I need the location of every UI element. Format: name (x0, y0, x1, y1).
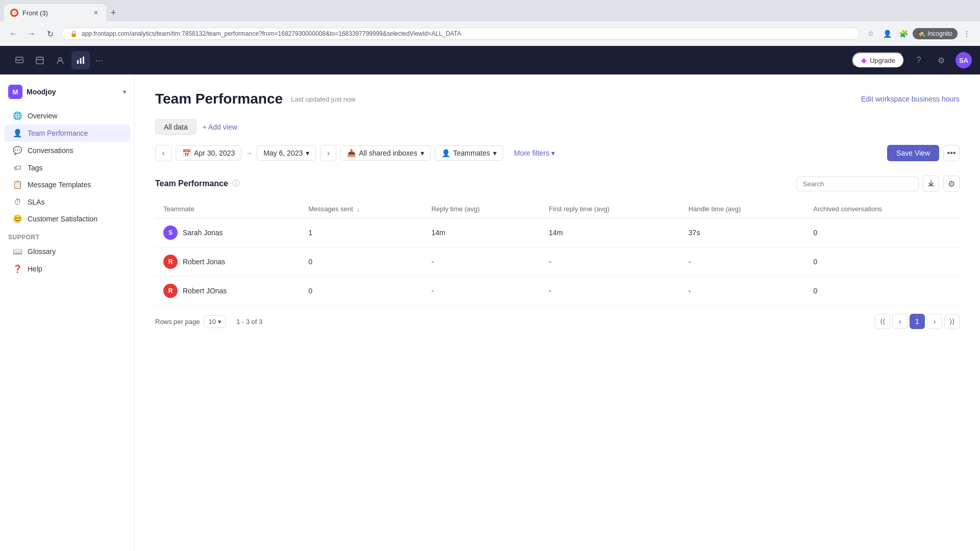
contacts-icon[interactable] (51, 51, 69, 69)
cell-reply-time: - (423, 277, 541, 306)
date-to-picker[interactable]: May 6, 2023 ▾ (257, 145, 316, 161)
avatar[interactable]: SA (955, 52, 972, 68)
teammates-filter[interactable]: 👤 Teammates ▾ (435, 145, 503, 161)
cell-teammate: R Robert Jonas (155, 247, 300, 277)
table-row: R Robert JOnas 0 - - - 0 (155, 277, 960, 306)
inbox-icon[interactable] (10, 51, 29, 69)
more-options-button[interactable]: ⋮ (960, 27, 974, 41)
date-from-picker[interactable]: 📅 Apr 30, 2023 (176, 145, 241, 161)
date-to-value: May 6, 2023 (263, 149, 303, 157)
template-icon: 📋 (12, 180, 22, 189)
app-nav-icons: ⋯ (10, 51, 106, 69)
sidebar-item-message-templates[interactable]: 📋 Message Templates (4, 176, 130, 193)
browser-tab[interactable]: Front (3) ✕ (4, 4, 106, 21)
teammate-name: Robert JOnas (183, 287, 227, 295)
next-page-button[interactable]: › (927, 314, 942, 329)
cell-first-reply-time: - (541, 247, 680, 277)
cell-archived: 0 (805, 247, 960, 277)
forward-button[interactable]: → (24, 27, 39, 41)
sidebar: M Moodjoy ▾ 🌐 Overview 👤 Team Performanc… (0, 74, 135, 551)
col-messages-sent-label: Messages sent (308, 205, 353, 213)
cell-messages-sent: 1 (300, 218, 423, 247)
export-button[interactable] (923, 176, 939, 192)
col-header-handle-time: Handle time (avg) (680, 200, 805, 218)
rows-per-page: Rows per page 10 ▾ (155, 315, 226, 328)
reload-button[interactable]: ↻ (43, 27, 57, 41)
diamond-icon: ◆ (861, 56, 867, 64)
search-input[interactable] (796, 177, 919, 191)
satisfaction-icon: 😊 (12, 214, 22, 223)
extensions-button[interactable]: 🧩 (896, 27, 911, 41)
save-view-button[interactable]: Save View (887, 145, 939, 161)
more-filters-button[interactable]: More filters ▾ (507, 145, 561, 161)
current-page-button[interactable]: 1 (910, 314, 925, 329)
cell-reply-time: - (423, 247, 541, 277)
column-settings-button[interactable]: ⚙ (943, 176, 960, 192)
globe-icon: 🌐 (12, 111, 22, 120)
workspace-selector[interactable]: M Moodjoy ▾ (0, 81, 134, 107)
calendar-icon[interactable] (31, 51, 49, 69)
teammates-filter-value: Teammates (453, 149, 490, 157)
address-bar[interactable]: 🔒 app.frontapp.com/analytics/team/tim:78… (61, 28, 860, 40)
more-actions-button[interactable]: ••• (943, 145, 960, 161)
sidebar-item-team-performance[interactable]: 👤 Team Performance (4, 124, 130, 142)
bookmark-button[interactable]: ☆ (864, 27, 878, 41)
help-icon: ❓ (12, 264, 22, 273)
calendar-icon: 📅 (182, 149, 191, 157)
sidebar-item-tags[interactable]: 🏷 Tags (4, 159, 130, 176)
date-from-value: Apr 30, 2023 (194, 149, 235, 157)
sidebar-item-team-performance-label: Team Performance (28, 129, 88, 137)
sidebar-item-overview[interactable]: 🌐 Overview (4, 107, 130, 124)
last-page-button[interactable]: ⟩⟩ (944, 314, 960, 329)
help-button[interactable]: ? (911, 52, 927, 68)
analytics-icon[interactable] (71, 51, 90, 69)
inbox-filter[interactable]: 📥 All shared inboxes ▾ (340, 145, 430, 161)
chevron-down-icon: ▾ (493, 149, 497, 157)
first-page-button[interactable]: ⟨⟨ (875, 314, 890, 329)
col-header-teammate: Teammate (155, 200, 300, 218)
table-row: S Sarah Jonas 1 14m 14m 37s 0 (155, 218, 960, 247)
sidebar-item-slas[interactable]: ⏱ SLAs (4, 193, 130, 210)
back-button[interactable]: ← (6, 27, 20, 41)
col-header-messages-sent[interactable]: Messages sent ↓ (300, 200, 423, 218)
cell-first-reply-time: 14m (541, 218, 680, 247)
new-tab-button[interactable]: + (106, 6, 120, 20)
sla-icon: ⏱ (12, 197, 22, 206)
sidebar-item-tags-label: Tags (28, 164, 43, 172)
incognito-indicator: 🕵 Incognito (913, 28, 958, 39)
sidebar-item-glossary[interactable]: 📖 Glossary (4, 243, 130, 260)
more-apps-button[interactable]: ⋯ (92, 53, 106, 67)
chevron-down-icon: ▾ (123, 88, 126, 95)
teammate-avatar: R (163, 284, 178, 298)
favicon (10, 9, 18, 17)
cell-handle-time: - (680, 247, 805, 277)
tabs-bar: All data + Add view (155, 119, 960, 135)
info-icon[interactable]: ⓘ (232, 179, 239, 188)
sidebar-item-message-templates-label: Message Templates (28, 181, 91, 189)
date-arrow: → (246, 149, 253, 157)
tab-all-data[interactable]: All data (155, 119, 197, 135)
inbox-filter-value: All shared inboxes (359, 149, 417, 157)
rows-per-page-select[interactable]: 10 ▾ (204, 315, 226, 328)
cell-archived: 0 (805, 277, 960, 306)
col-archived-label: Archived conversations (813, 205, 881, 213)
sidebar-item-help-label: Help (28, 265, 42, 273)
tab-close-button[interactable]: ✕ (92, 9, 100, 17)
app-header-right: ◆ Upgrade ? ⚙ SA (852, 52, 972, 68)
page-header: Team Performance Last updated just now E… (155, 91, 960, 107)
add-view-button[interactable]: + Add view (199, 120, 241, 134)
upgrade-button[interactable]: ◆ Upgrade (852, 52, 904, 68)
settings-button[interactable]: ⚙ (933, 52, 949, 68)
profile-button[interactable]: 👤 (880, 27, 894, 41)
sidebar-item-conversations[interactable]: 💬 Conversations (4, 142, 130, 159)
col-handle-time-label: Handle time (avg) (689, 205, 741, 213)
next-date-button[interactable]: › (320, 145, 336, 161)
cell-messages-sent: 0 (300, 277, 423, 306)
edit-hours-link[interactable]: Edit workspace business hours (861, 95, 960, 103)
prev-page-button[interactable]: ‹ (892, 314, 908, 329)
sidebar-item-customer-satisfaction[interactable]: 😊 Customer Satisfaction (4, 210, 130, 228)
chevron-down-icon: ▾ (421, 149, 424, 157)
sidebar-item-help[interactable]: ❓ Help (4, 260, 130, 278)
teammate-cell: S Sarah Jonas (163, 226, 292, 240)
prev-date-button[interactable]: ‹ (155, 145, 172, 161)
